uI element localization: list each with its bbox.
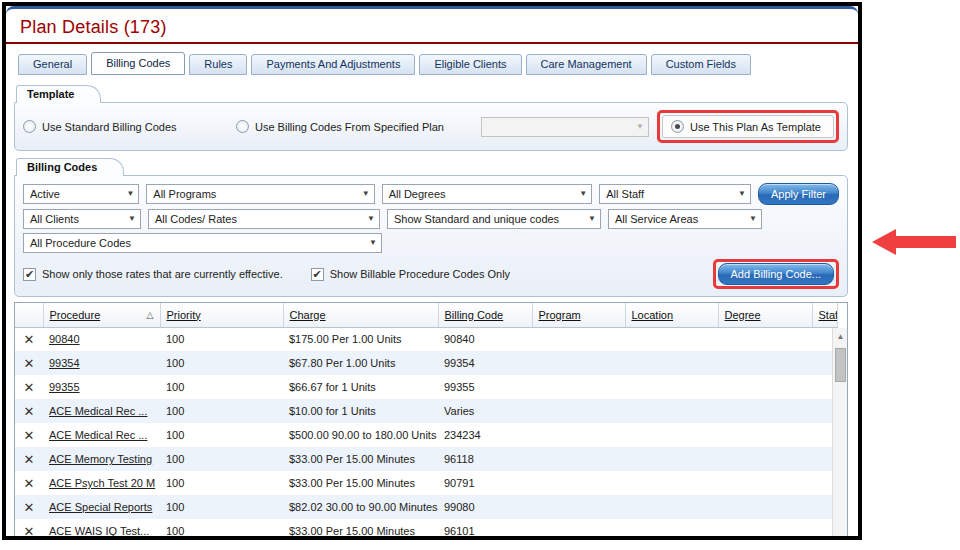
location-cell [625,327,718,351]
billing-code-cell: 96101 [438,519,532,536]
radio-selected-icon [671,120,684,133]
radio-use-standard-billing-codes[interactable]: Use Standard Billing Codes [23,120,236,133]
code-type-filter-select[interactable]: Show Standard and unique codes ▼ [387,209,601,229]
col-label: Billing Code [445,309,504,321]
vertical-scrollbar[interactable]: ▲ ▼ [832,328,847,536]
location-cell [625,519,718,536]
tab-bar: General Billing Codes Rules Payments And… [18,52,858,75]
table-row: ✕ ACE Memory Testing 100 $33.00 Per 15.0… [15,447,837,471]
tab-eligible-clients[interactable]: Eligible Clients [419,54,521,75]
procedure-link[interactable]: ACE Medical Rec ... [49,405,147,417]
window-content: Plan Details (173) General Billing Codes… [6,6,858,536]
tab-billing-codes[interactable]: Billing Codes [91,52,185,75]
procedure-link[interactable]: 99354 [49,357,80,369]
col-label: Procedure [50,309,101,321]
delete-row-icon[interactable]: ✕ [15,471,43,495]
checkbox-billable-only[interactable]: ✔ Show Billable Procedure Codes Only [311,268,510,281]
codes-rates-filter-select[interactable]: All Codes/ Rates ▼ [148,209,380,229]
program-cell [532,447,625,471]
delete-row-icon[interactable]: ✕ [15,423,43,447]
clients-filter-value: All Clients [30,213,79,225]
col-priority[interactable]: Priority [160,303,283,327]
delete-row-icon[interactable]: ✕ [15,495,43,519]
tab-payments-and-adjustments[interactable]: Payments And Adjustments [251,54,415,75]
location-cell [625,399,718,423]
program-cell [532,495,625,519]
billing-codes-table: Procedure△ Priority Charge Billing Code … [14,302,848,536]
plan-details-window: Plan Details (173) General Billing Codes… [2,2,862,540]
col-charge[interactable]: Charge [283,303,438,327]
col-label: Program [539,309,581,321]
radio-use-billing-codes-from-specified-plan[interactable]: Use Billing Codes From Specified Plan [236,120,444,133]
col-location[interactable]: Location [625,303,718,327]
procedure-cell: 90840 [43,327,160,351]
title-divider [6,42,858,44]
billing-codes-section-header: Billing Codes [16,158,124,176]
tab-general[interactable]: General [18,54,87,75]
radio-use-this-plan-as-template[interactable]: Use This Plan As Template [662,115,834,138]
tab-care-management[interactable]: Care Management [526,54,647,75]
degrees-filter-select[interactable]: All Degrees ▼ [382,184,593,204]
procedure-link[interactable]: ACE Medical Rec ... [49,429,147,441]
scroll-up-icon[interactable]: ▲ [833,330,848,344]
priority-cell: 100 [160,327,283,351]
delete-row-icon[interactable]: ✕ [15,519,43,536]
delete-row-icon[interactable]: ✕ [15,399,43,423]
col-procedure[interactable]: Procedure△ [43,303,160,327]
service-areas-filter-select[interactable]: All Service Areas ▼ [608,209,762,229]
tab-rules[interactable]: Rules [189,54,247,75]
procedure-link[interactable]: ACE Special Reports [49,501,152,513]
location-cell [625,471,718,495]
table-row: ✕ 90840 100 $175.00 Per 1.00 Units 90840 [15,327,837,351]
codes-rates-filter-value: All Codes/ Rates [155,213,237,225]
programs-filter-select[interactable]: All Programs ▼ [146,184,374,204]
checkbox-currently-effective[interactable]: ✔ Show only those rates that are current… [23,268,283,281]
table-row: ✕ 99355 100 $66.67 for 1 Units 99355 [15,375,837,399]
table-row: ✕ ACE Special Reports 100 $82.02 30.00 t… [15,495,837,519]
col-label: Location [632,309,674,321]
procedure-codes-filter-select[interactable]: All Procedure Codes ▼ [23,233,382,253]
chevron-down-icon: ▼ [749,215,757,223]
radio-icon [236,120,249,133]
billing-code-cell: 90791 [438,471,532,495]
delete-row-icon[interactable]: ✕ [15,447,43,471]
apply-filter-button[interactable]: Apply Filter [758,183,839,205]
degree-cell [718,351,812,375]
col-staff[interactable]: Staf [812,303,837,327]
delete-row-icon[interactable]: ✕ [15,327,43,351]
staff-filter-select[interactable]: All Staff ▼ [599,184,751,204]
checkbox-label: Show Billable Procedure Codes Only [330,268,510,280]
priority-cell: 100 [160,375,283,399]
location-cell [625,351,718,375]
page-title: Plan Details (173) [6,9,858,38]
clients-filter-select[interactable]: All Clients ▼ [23,209,141,229]
billing-code-cell: 96118 [438,447,532,471]
table-row: ✕ ACE Medical Rec ... 100 $10.00 for 1 U… [15,399,837,423]
procedure-cell: 99355 [43,375,160,399]
billing-code-cell: Varies [438,399,532,423]
add-billing-code-button[interactable]: Add Billing Code... [718,263,835,285]
vertical-scroll-thumb[interactable] [835,348,846,382]
filter-row-3: All Procedure Codes ▼ [23,233,839,253]
programs-filter-value: All Programs [153,188,216,200]
procedure-cell: ACE Memory Testing [43,447,160,471]
col-degree[interactable]: Degree [718,303,812,327]
sort-asc-icon: △ [147,310,154,320]
status-filter-select[interactable]: Active ▼ [23,184,139,204]
procedure-link[interactable]: ACE Psych Test 20 M [49,477,155,489]
location-cell [625,447,718,471]
radio-label: Use Standard Billing Codes [42,121,177,133]
procedure-link[interactable]: 99355 [49,381,80,393]
col-billing-code[interactable]: Billing Code [438,303,532,327]
procedure-link[interactable]: ACE Memory Testing [49,453,152,465]
col-program[interactable]: Program [532,303,625,327]
procedure-link[interactable]: ACE WAIS IQ Test... [49,525,149,536]
delete-row-icon[interactable]: ✕ [15,351,43,375]
delete-row-icon[interactable]: ✕ [15,375,43,399]
filter-row-2: All Clients ▼ All Codes/ Rates ▼ Show St… [23,209,839,229]
procedure-link[interactable]: 90840 [49,333,80,345]
tab-custom-fields[interactable]: Custom Fields [651,54,751,75]
staff-filter-value: All Staff [606,188,644,200]
priority-cell: 100 [160,471,283,495]
degrees-filter-value: All Degrees [389,188,446,200]
